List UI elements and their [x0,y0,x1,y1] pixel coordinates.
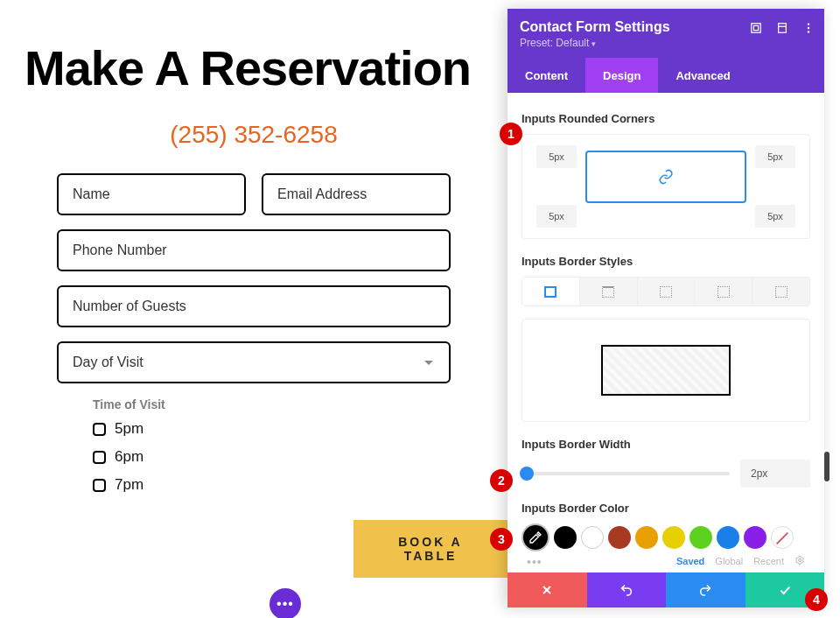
scrollbar-thumb[interactable] [824,452,830,481]
svg-point-5 [808,27,809,29]
day-select[interactable]: Day of Visit [57,341,451,383]
swatch-orange[interactable] [635,526,658,549]
settings-tabs: Content Design Advanced [508,58,824,93]
cancel-button[interactable] [508,572,587,607]
rounded-corners-label: Inputs Rounded Corners [522,112,810,125]
color-picker-button[interactable] [522,523,550,551]
corner-top-right-input[interactable]: 5px [755,145,795,168]
border-style-right[interactable] [638,277,696,305]
step-badge-1: 1 [500,123,522,145]
form-preview: Make A Reservation (255) 352-6258 Name E… [0,0,508,618]
kebab-icon[interactable] [802,21,816,35]
rounded-corners-control: 5px 5px 5px 5px [522,134,810,239]
corner-top-left-input[interactable]: 5px [536,145,577,168]
svg-rect-0 [752,24,761,33]
guests-field[interactable]: Number of Guests [57,285,451,327]
border-style-top[interactable] [580,277,638,305]
swatch-green[interactable] [690,526,712,549]
panel-footer [508,572,824,607]
svg-rect-1 [753,25,758,30]
border-width-control: 2px [522,460,810,488]
corner-bottom-right-input[interactable]: 5px [755,205,795,228]
checkbox-icon [93,423,106,436]
border-width-label: Inputs Border Width [522,438,810,451]
email-field[interactable]: Email Address [262,173,451,215]
time-option-6pm[interactable]: 6pm [93,448,508,466]
swatch-brown[interactable] [608,526,631,549]
border-style-selector [522,277,810,306]
time-of-visit-label: Time of Visit [93,397,508,411]
time-option-label: 5pm [115,420,144,438]
phone-field[interactable]: Phone Number [57,229,451,271]
swatch-blue[interactable] [717,526,739,549]
name-field[interactable]: Name [57,173,246,215]
time-option-7pm[interactable]: 7pm [93,476,508,494]
step-badge-2: 2 [490,469,513,492]
check-icon [778,583,792,597]
checkbox-icon [93,451,106,464]
redo-button[interactable] [666,572,746,607]
border-styles-label: Inputs Border Styles [522,255,810,268]
border-style-left[interactable] [752,277,809,305]
tab-content[interactable]: Content [508,58,585,93]
corners-preview [585,151,746,203]
step-badge-4: 4 [805,588,828,611]
border-style-bottom[interactable] [695,277,752,305]
tab-design[interactable]: Design [585,58,658,93]
page-title: Make A Reservation [24,39,508,96]
step-badge-3: 3 [490,528,513,551]
border-preview [522,319,810,422]
border-width-value[interactable]: 2px [740,460,810,488]
time-options: 5pm 6pm 7pm [93,420,508,494]
corner-bottom-left-input[interactable]: 5px [536,205,577,228]
swatch-none[interactable] [771,526,794,549]
floating-menu-button[interactable]: ••• [270,588,301,618]
undo-button[interactable] [587,572,667,607]
reservation-form: Name Email Address Phone Number Number o… [57,173,451,383]
eyedropper-icon [528,530,542,544]
svg-rect-2 [779,24,787,33]
tab-advanced[interactable]: Advanced [658,58,747,93]
preset-dropdown[interactable]: Preset: Default [520,37,812,49]
palette-saved[interactable]: Saved [676,556,704,566]
book-table-button[interactable]: BOOK A TABLE [354,520,508,578]
swatch-purple[interactable] [744,526,766,549]
color-swatches [522,523,810,551]
border-color-label: Inputs Border Color [522,502,810,515]
gear-icon[interactable] [794,555,805,567]
svg-point-4 [808,23,809,25]
panel-body: Inputs Rounded Corners 5px 5px 5px 5px I… [508,93,824,572]
swatch-white[interactable] [581,526,604,549]
time-option-label: 7pm [115,476,144,494]
slider-thumb[interactable] [520,467,534,481]
close-icon [540,583,554,597]
border-preview-rect [601,345,731,396]
border-style-all[interactable] [522,277,580,305]
expand-icon[interactable] [749,21,763,35]
undo-icon [620,583,634,597]
time-option-5pm[interactable]: 5pm [93,420,508,438]
panel-header: Contact Form Settings Preset: Default [508,9,824,58]
time-option-label: 6pm [115,448,144,466]
palette-tabs: Saved Global Recent [676,555,805,567]
swatch-black[interactable] [554,526,577,549]
svg-point-7 [799,559,802,562]
border-width-slider[interactable] [522,472,730,475]
palette-recent[interactable]: Recent [753,556,784,566]
collapse-icon[interactable] [775,21,789,35]
redo-icon [698,583,712,597]
checkbox-icon [93,479,106,492]
swatch-yellow[interactable] [662,526,685,549]
svg-point-6 [808,31,809,32]
phone-number: (255) 352-6258 [0,121,508,149]
palette-global[interactable]: Global [715,556,743,566]
link-icon[interactable] [658,169,674,185]
settings-panel: Contact Form Settings Preset: Default Co… [508,9,824,607]
